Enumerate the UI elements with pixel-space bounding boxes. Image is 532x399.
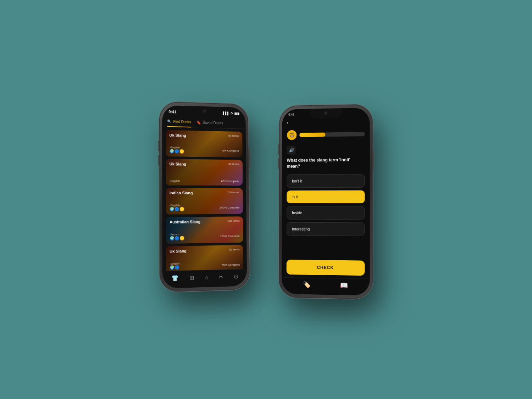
right-screen-content: 9:41 ‹ 🦁 🔊 What does the slang term 'in bbox=[282, 108, 370, 296]
tab-saved-decks[interactable]: 🔖 Saved Decks bbox=[196, 118, 223, 128]
deck-lang-2: -English bbox=[170, 204, 184, 207]
deck-title-3: Australian Slang bbox=[170, 220, 200, 224]
battery-icon: ▮▮▮ bbox=[234, 112, 240, 115]
deck-terms-4: 30 terms bbox=[229, 248, 240, 251]
nav-icon-cards[interactable]: ⊞ bbox=[189, 274, 194, 281]
deck-card-0[interactable]: Uk Slang 50 terms -English 🌍🔵🟡 0% Comple… bbox=[166, 130, 242, 157]
deck-title-2: Indian Slang bbox=[170, 190, 193, 195]
option-b-text: In it bbox=[292, 195, 298, 199]
tab-find-label: Find Decks bbox=[173, 120, 191, 124]
power-button[interactable] bbox=[249, 149, 250, 168]
deck-content-2: Indian Slang 120 terms -English 🌍🔵🟡 100%… bbox=[166, 188, 243, 214]
deck-header-4: Uk Slang 30 terms bbox=[170, 248, 240, 253]
progress-bar-fill bbox=[299, 133, 325, 137]
right-power-button[interactable] bbox=[373, 150, 374, 170]
left-screen-content: 9:41 ▌▌▌ ⟳ ▮▮▮ 🔍 Find Decks 🔖 S bbox=[162, 105, 247, 288]
nav-icon-shirt[interactable]: 👕 bbox=[171, 275, 178, 282]
deck-header-3: Australian Slang 120 terms bbox=[170, 219, 240, 224]
nav-tabs: 🔍 Find Decks 🔖 Saved Decks bbox=[162, 115, 245, 129]
deck-footer-3: -French 🌍🔵🟡 100% Complete bbox=[170, 232, 240, 241]
status-time: 9:41 bbox=[168, 109, 176, 114]
back-button[interactable]: ‹ bbox=[287, 120, 289, 126]
deck-card-3[interactable]: Australian Slang 120 terms -French 🌍🔵🟡 1… bbox=[166, 216, 243, 244]
deck-complete-2: 100% Complete bbox=[220, 206, 240, 209]
progress-section: 🦁 bbox=[282, 126, 370, 142]
deck-lang-4: -English bbox=[170, 262, 180, 265]
deck-footer-2: -English 🌍🔵🟡 100% Complete bbox=[170, 203, 239, 211]
deck-content-1: Uk Slang 30 terms -English 65% Complete bbox=[166, 159, 243, 185]
deck-content-0: Uk Slang 50 terms -English 🌍🔵🟡 0% Comple… bbox=[166, 130, 242, 157]
search-icon: 🔍 bbox=[167, 119, 171, 123]
tab-find-decks[interactable]: 🔍 Find Decks bbox=[167, 117, 191, 127]
option-d-text: Interesting bbox=[292, 227, 310, 231]
right-vol-down-button[interactable] bbox=[278, 158, 279, 169]
deck-terms-1: 30 terms bbox=[228, 162, 239, 166]
option-b[interactable]: In it bbox=[287, 190, 365, 203]
progress-bar bbox=[299, 132, 365, 137]
deck-card-4[interactable]: Uk Slang 30 terms -English 🌍🔵 65% Comple… bbox=[166, 245, 243, 271]
scene: 9:41 ▌▌▌ ⟳ ▮▮▮ 🔍 Find Decks 🔖 S bbox=[0, 0, 532, 399]
right-phone-screen: 9:41 ‹ 🦁 🔊 What does the slang term 'in bbox=[282, 108, 370, 296]
left-phone-screen: 9:41 ▌▌▌ ⟳ ▮▮▮ 🔍 Find Decks 🔖 S bbox=[162, 105, 247, 288]
deck-complete-1: 65% Complete bbox=[221, 179, 239, 183]
tab-saved-label: Saved Decks bbox=[203, 121, 223, 125]
right-notch bbox=[310, 108, 341, 118]
notch bbox=[189, 106, 220, 116]
deck-content-3: Australian Slang 120 terms -French 🌍🔵🟡 1… bbox=[166, 216, 243, 244]
bookmark-icon: 🔖 bbox=[196, 120, 201, 124]
option-a[interactable]: Isn't it bbox=[287, 174, 365, 188]
deck-complete-3: 100% Complete bbox=[220, 234, 240, 238]
vol-down-button[interactable] bbox=[158, 155, 159, 165]
question-section: 🔊 What does the slang term 'innit' mean? bbox=[282, 141, 370, 172]
sound-button[interactable]: 🔊 bbox=[287, 145, 296, 155]
deck-title-4: Uk Slang bbox=[170, 249, 187, 253]
deck-lang-0: -English bbox=[170, 146, 184, 149]
nav-icon-pin[interactable]: ⊙ bbox=[234, 273, 238, 279]
deck-header-2: Indian Slang 120 terms bbox=[170, 190, 239, 195]
phone-left: 9:41 ▌▌▌ ⟳ ▮▮▮ 🔍 Find Decks 🔖 S bbox=[159, 101, 250, 292]
deck-emojis-2: 🌍🔵🟡 bbox=[170, 207, 184, 211]
question-text: What does the slang term 'innit' mean? bbox=[287, 157, 365, 169]
check-button[interactable]: CHECK bbox=[287, 260, 365, 276]
deck-card-2[interactable]: Indian Slang 120 terms -English 🌍🔵🟡 100%… bbox=[166, 188, 243, 214]
right-vol-up-button[interactable] bbox=[278, 144, 279, 155]
nav-icon-home[interactable]: ⌂ bbox=[205, 274, 208, 280]
deck-complete-4: 65% Complete bbox=[222, 263, 240, 266]
deck-title-1: Uk Slang bbox=[170, 162, 186, 166]
deck-footer-4: -English 🌍🔵 65% Complete bbox=[170, 260, 240, 270]
bottom-nav-left: 👕 ⊞ ⌂ ✂ ⊙ bbox=[162, 269, 247, 288]
deck-emojis-0: 🌍🔵🟡 bbox=[170, 149, 184, 154]
nav-icon-scissors[interactable]: ✂ bbox=[219, 273, 223, 280]
deck-card-1[interactable]: Uk Slang 30 terms -English 65% Complete bbox=[166, 159, 243, 185]
phone-right: 9:41 ‹ 🦁 🔊 What does the slang term 'in bbox=[279, 104, 373, 299]
option-c[interactable]: Inside bbox=[287, 206, 365, 220]
deck-lang-1: -English bbox=[170, 179, 180, 182]
status-icons: ▌▌▌ ⟳ ▮▮▮ bbox=[223, 111, 239, 115]
lion-mascot-icon: 🦁 bbox=[287, 130, 297, 140]
right-nav-cards-icon[interactable]: 🏷️ bbox=[303, 281, 311, 289]
camera bbox=[203, 109, 206, 112]
option-c-text: Inside bbox=[292, 210, 302, 215]
deck-lang-3: -French bbox=[170, 232, 185, 236]
deck-header-1: Uk Slang 30 terms bbox=[170, 162, 239, 167]
deck-list: Uk Slang 50 terms -English 🌍🔵🟡 0% Comple… bbox=[162, 127, 247, 271]
deck-emojis-4: 🌍🔵 bbox=[170, 265, 180, 270]
option-a-text: Isn't it bbox=[292, 179, 302, 183]
deck-complete-0: 0% Complete bbox=[222, 149, 239, 152]
deck-title-0: Uk Slang bbox=[169, 133, 186, 137]
option-d[interactable]: Interesting bbox=[287, 222, 365, 236]
right-nav-book-icon[interactable]: 📖 bbox=[340, 281, 348, 289]
deck-footer-1: -English 65% Complete bbox=[170, 179, 239, 183]
deck-content-4: Uk Slang 30 terms -English 🌍🔵 65% Comple… bbox=[166, 245, 243, 271]
deck-header-0: Uk Slang 50 terms bbox=[169, 133, 239, 138]
signal-icon: ▌▌▌ bbox=[223, 111, 229, 115]
vol-up-button[interactable] bbox=[158, 140, 159, 151]
right-status-time: 9:41 bbox=[288, 113, 294, 116]
check-btn-container: CHECK bbox=[282, 255, 370, 279]
options-list: Isn't it In it Inside Interesting bbox=[282, 172, 370, 256]
bottom-nav-right: 🏷️ 📖 bbox=[282, 277, 370, 296]
deck-terms-3: 120 terms bbox=[227, 219, 240, 222]
deck-terms-0: 50 terms bbox=[228, 134, 239, 137]
deck-terms-2: 120 terms bbox=[227, 191, 239, 194]
wifi-icon: ⟳ bbox=[231, 111, 233, 115]
